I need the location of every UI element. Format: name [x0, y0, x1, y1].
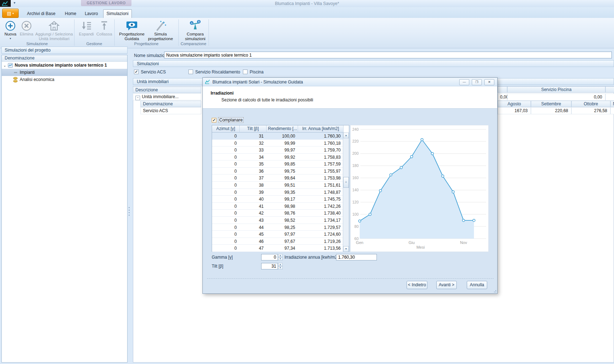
irradiation-row[interactable]: 03799,641.753,98 [212, 174, 344, 182]
irradiation-row[interactable]: 04198,981.742,26 [212, 203, 344, 210]
irradiation-row[interactable]: 04298,761.738,40 [212, 210, 344, 217]
irradiation-row[interactable]: 03599,851.757,59 [212, 161, 344, 168]
tree-root-simulation[interactable]: ⌄ Nuova simulazione impianto solare term… [2, 62, 127, 69]
irradiation-row[interactable]: 04099,171.745,75 [212, 196, 344, 203]
col-header-tilt[interactable]: Tilt [β] [240, 125, 267, 133]
spinner-up-icon[interactable]: ▲ [278, 263, 283, 266]
irradiation-row[interactable]: 04597,971.724,60 [212, 231, 344, 238]
svg-text:200: 200 [352, 151, 359, 155]
irradiation-row[interactable]: 03299,991.760,18 [212, 140, 344, 147]
ribbon-group-label-simulazione: Simulazione [0, 42, 74, 47]
irradiation-cell: 0 [212, 140, 240, 147]
close-icon[interactable]: ✕ [484, 79, 494, 85]
resize-grip[interactable] [493, 289, 496, 292]
scroll-up-icon[interactable]: ▲ [343, 133, 349, 138]
ribbon-group-label-gestione: Gestione [74, 42, 114, 47]
servizio-piscina-header[interactable]: Servizio Piscina [507, 86, 605, 93]
tab-home[interactable]: Home [62, 9, 80, 18]
svg-text:100: 100 [352, 212, 359, 216]
simulation-name-input[interactable] [164, 52, 612, 58]
irradiation-cell: 99,64 [267, 174, 298, 182]
checkbox-piscina[interactable] [243, 70, 248, 74]
irradiation-row[interactable]: 03399,971.759,70 [212, 147, 344, 154]
tilt-spinner[interactable]: ▲ ▼ [278, 263, 283, 269]
back-button[interactable]: < Indietro [407, 281, 427, 289]
irradiation-row[interactable]: 04797,341.713,56 [212, 245, 344, 252]
tree-expander-icon[interactable]: ⌄ [3, 63, 8, 67]
ribbon-button-nuova[interactable]: Nuova ▾ [2, 19, 19, 40]
minimize-icon[interactable]: — [459, 79, 469, 85]
tab-archivi-di-base[interactable]: Archivi di Base [22, 9, 60, 18]
tree-item-impianti[interactable]: Impianti [2, 69, 127, 76]
scrollbar-thumb[interactable]: ≡ [343, 177, 349, 188]
checkbox-complanare[interactable]: Complanare [212, 117, 244, 123]
ribbon-button-progettazione-guidata[interactable]: Progettazione Guidata [118, 19, 145, 41]
irradiation-chart: 6080100120140160180200220240GenGiuNovMes… [350, 125, 489, 252]
tab-lavoro[interactable]: Lavoro [81, 9, 102, 18]
x-circle-icon [21, 20, 32, 32]
irradiation-row[interactable]: 03999,351.748,87 [212, 189, 344, 196]
servizio-acs-row[interactable]: Servizio ACS [140, 107, 201, 114]
tilt-input[interactable] [261, 263, 278, 269]
irradiation-row[interactable]: 03499,921.758,83 [212, 154, 344, 161]
ribbon-button-simula-progettazione[interactable]: Simula progettazione [145, 19, 176, 41]
irradiation-row[interactable]: 03899,511.751,61 [212, 182, 344, 189]
irradiation-row[interactable]: 04498,251.729,57 [212, 224, 344, 231]
descrizione-column-header[interactable]: Descrizione [133, 87, 201, 93]
next-button[interactable]: Avanti > [436, 281, 457, 289]
col-header-irr-annua[interactable]: Irr. Annua [kwh/m2] [298, 125, 344, 133]
checkbox-servizio-acs[interactable] [134, 70, 139, 74]
svg-text:220: 220 [352, 139, 359, 143]
denominazione-sub-header[interactable]: Denominazione [140, 101, 201, 107]
table-scrollbar[interactable]: ▲ ≡ ▼ [343, 133, 349, 252]
dialog-title-bar[interactable]: Blumatica impianti Solari - Simulazione … [203, 78, 497, 86]
irradiation-row[interactable]: 031100,001.760,30 [212, 133, 344, 140]
irradiation-cell: 100,00 [267, 133, 298, 140]
impianti-icon [13, 70, 18, 75]
complanare-checkbox-box[interactable] [212, 118, 216, 123]
irradiation-cell: 40 [240, 196, 267, 203]
irradiation-row[interactable]: 04697,671.719,26 [212, 238, 344, 245]
gamma-spinner[interactable]: ▲ ▼ [278, 254, 283, 260]
month-header-agosto[interactable]: Agosto [498, 101, 531, 107]
solar-app-icon [205, 80, 210, 84]
maximize-icon[interactable]: ❐ [472, 79, 482, 85]
collapse-box-icon[interactable]: − [135, 96, 140, 100]
irradiation-cell: 1.724,60 [298, 231, 344, 238]
dialog-heading: Irradiazioni [211, 91, 234, 96]
ribbon-button-compara-simulazioni[interactable]: AB Compara simulazioni [181, 19, 209, 41]
spinner-down-icon[interactable]: ▼ [278, 257, 283, 260]
application-menu-button[interactable]: ▤ ▾ [2, 9, 19, 18]
irradiazione-annua-field[interactable] [336, 254, 377, 260]
irradiation-row[interactable]: 03699,751.755,97 [212, 168, 344, 175]
month-header-novembre[interactable]: Novem [610, 101, 614, 107]
irradiation-cell: 98,98 [267, 203, 298, 210]
month-header-settembre[interactable]: Settembre [531, 101, 571, 107]
unita-immobiliare-row[interactable]: −Unità immobiliare... [133, 93, 201, 100]
coins-icon [13, 77, 18, 82]
checkbox-servizio-acs-label: Servizio ACS [141, 70, 166, 75]
irradiation-row[interactable]: 04398,521.734,17 [212, 217, 344, 224]
spinner-down-icon[interactable]: ▼ [278, 266, 283, 269]
ribbon-tab-strip: ▤ ▾ Archivi di Base Home Lavoro Simulazi… [0, 7, 614, 18]
irradiation-cell: 0 [212, 224, 240, 231]
irradiation-cell: 47 [240, 245, 267, 252]
irradiation-cell: 1.713,56 [298, 245, 344, 252]
cancel-button[interactable]: Annulla [467, 281, 487, 289]
spinner-up-icon[interactable]: ▲ [278, 254, 283, 257]
col-header-azimut[interactable]: Azimut [γ] [212, 125, 240, 133]
gamma-input[interactable] [261, 254, 278, 260]
denominazione-column-header[interactable]: Denominazione [2, 55, 127, 62]
irradiation-cell: 0 [212, 203, 240, 210]
panel-splitter[interactable] [129, 207, 130, 216]
irradiation-cell: 1.753,98 [298, 174, 344, 182]
ribbon-group-label-progettazione: Progettazione [114, 42, 178, 47]
checkbox-servizio-riscaldamento[interactable] [188, 70, 193, 74]
tree-item-analisi-economica[interactable]: Analisi economica [2, 76, 127, 83]
month-value-cell: 167,03 [498, 107, 531, 114]
col-header-rendimento[interactable]: Rendimento [... [267, 125, 298, 133]
month-header-ottobre[interactable]: Ottobre [571, 101, 610, 107]
tab-simulazioni[interactable]: Simulazioni [103, 9, 132, 18]
irradiation-cell: 43 [240, 217, 267, 224]
scroll-down-icon[interactable]: ▼ [343, 246, 349, 252]
